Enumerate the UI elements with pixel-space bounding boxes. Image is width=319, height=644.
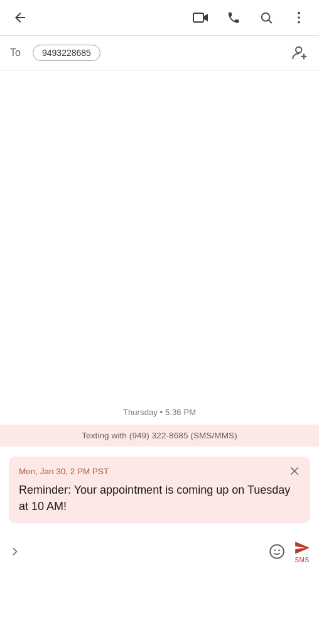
texting-banner: Texting with (949) 322-8685 (SMS/MMS) bbox=[0, 425, 319, 447]
svg-point-4 bbox=[298, 16, 300, 19]
sms-label: SMS bbox=[295, 557, 309, 564]
reminder-card-header: Mon, Jan 30, 2 PM PST bbox=[19, 465, 300, 477]
svg-point-11 bbox=[270, 545, 284, 558]
svg-point-5 bbox=[298, 21, 300, 24]
svg-rect-0 bbox=[193, 13, 203, 22]
recipient-chip[interactable]: 9493228685 bbox=[33, 45, 100, 61]
reminder-date: Mon, Jan 30, 2 PM PST bbox=[19, 467, 109, 476]
top-bar bbox=[0, 0, 319, 35]
svg-point-13 bbox=[278, 550, 280, 552]
send-sms-button[interactable]: SMS bbox=[294, 540, 310, 564]
add-contact-button[interactable] bbox=[291, 44, 309, 62]
close-button[interactable] bbox=[289, 465, 300, 477]
svg-line-2 bbox=[269, 20, 271, 23]
reminder-actions: SMS bbox=[0, 533, 319, 564]
video-call-icon[interactable] bbox=[191, 8, 211, 28]
search-icon[interactable] bbox=[256, 8, 276, 28]
svg-point-6 bbox=[296, 47, 301, 53]
recipient-number: 9493228685 bbox=[42, 48, 91, 58]
message-area bbox=[0, 70, 319, 397]
timestamp: Thursday • 5:36 PM bbox=[0, 397, 319, 425]
svg-point-3 bbox=[298, 12, 300, 14]
reminder-card: Mon, Jan 30, 2 PM PST Reminder: Your app… bbox=[9, 457, 310, 523]
to-field: To 9493228685 bbox=[0, 35, 319, 70]
phone-icon[interactable] bbox=[224, 8, 244, 28]
expand-button[interactable] bbox=[9, 545, 21, 558]
svg-point-12 bbox=[274, 550, 276, 552]
to-label: To bbox=[10, 47, 25, 58]
more-options-icon[interactable] bbox=[289, 8, 309, 28]
back-button[interactable] bbox=[10, 8, 30, 28]
emoji-button[interactable] bbox=[269, 543, 285, 560]
reminder-message: Reminder: Your appointment is coming up … bbox=[19, 482, 300, 514]
